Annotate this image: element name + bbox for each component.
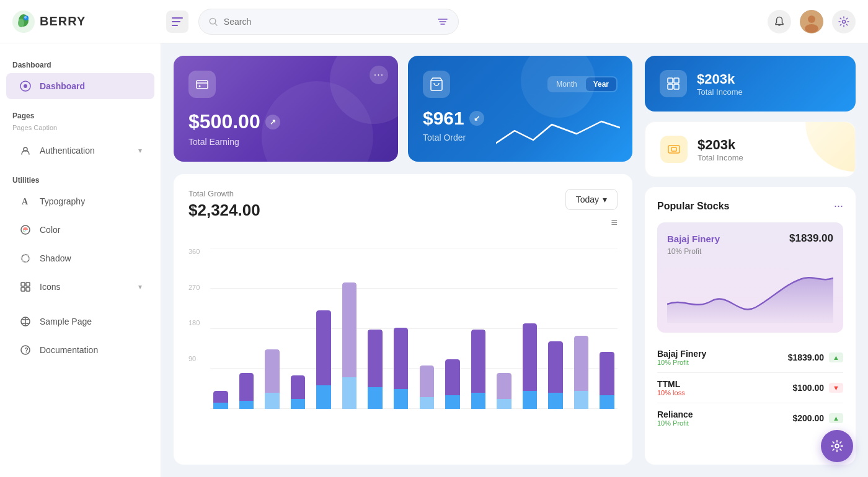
shadow-icon — [19, 252, 32, 265]
popular-stocks-section: Popular Stocks ··· Bajaj Finery $1839.00… — [645, 187, 856, 465]
month-toggle-button[interactable]: Month — [549, 77, 584, 91]
stocks-more-button[interactable]: ··· — [834, 199, 843, 212]
bar-purple — [394, 328, 408, 389]
sidebar-item-color-label: Color — [40, 225, 60, 235]
sidebar-item-shadow[interactable]: Shadow — [6, 245, 154, 271]
bar-blue — [291, 399, 305, 409]
bar-group — [571, 266, 592, 409]
bar-blue — [420, 397, 434, 409]
bar-blue — [497, 399, 511, 409]
sidebar-item-dashboard[interactable]: Dashboard — [6, 73, 154, 99]
sidebar-item-auth-label: Authentication — [40, 146, 95, 155]
icons-icon — [19, 280, 32, 294]
earning-more-button[interactable]: ··· — [370, 66, 388, 84]
header-actions — [768, 10, 856, 33]
order-trend-icon: ↙ — [469, 111, 484, 126]
settings-icon — [838, 16, 849, 27]
earning-card-icon — [188, 71, 216, 98]
svg-rect-26 — [21, 287, 25, 291]
logo-icon — [12, 11, 35, 33]
chevron-down-icon-2: ▾ — [138, 282, 142, 291]
svg-rect-39 — [668, 146, 680, 153]
logo-text: BERRY — [40, 14, 86, 28]
bar-purple — [239, 373, 254, 401]
fab-button[interactable] — [821, 430, 853, 462]
sidebar-item-sample-page[interactable]: Sample Page — [6, 309, 154, 335]
bar-purple — [291, 375, 305, 399]
sidebar-item-authentication[interactable]: Authentication ▾ — [6, 138, 154, 164]
right-column: $203k Total Income $203k Total Income — [645, 56, 856, 465]
bell-icon — [774, 16, 785, 27]
bar-group — [339, 266, 360, 409]
sidebar-item-documentation[interactable]: ? Documentation — [6, 337, 154, 363]
search-input[interactable] — [224, 17, 431, 27]
sidebar-item-sample-page-label: Sample Page — [40, 317, 92, 326]
bar-blue — [368, 387, 382, 409]
bar-purple — [497, 373, 511, 399]
stock-list: Bajaj Finery10% Profit$1839.00▲TTML10% l… — [657, 343, 843, 433]
month-year-toggle[interactable]: Month Year — [547, 76, 618, 92]
search-icon — [209, 17, 218, 27]
color-icon — [19, 223, 32, 237]
income-yellow-amount: $203k — [698, 137, 743, 153]
sidebar-item-dashboard-label: Dashboard — [40, 81, 85, 91]
sidebar-section-dashboard: Dashboard — [0, 56, 161, 72]
search-bar[interactable] — [198, 9, 459, 35]
bar-purple — [471, 330, 485, 393]
trend-up-badge: ▲ — [829, 413, 843, 423]
stock-price: $200.00 — [793, 413, 825, 423]
stock-list-item[interactable]: Bajaj Finery10% Profit$1839.00▲ — [657, 343, 843, 373]
svg-text:?: ? — [25, 347, 29, 354]
stock-name: Bajaj Finery — [657, 349, 706, 359]
bar-group — [236, 266, 257, 409]
bar-group — [545, 266, 566, 409]
chart-header: Total Growth $2,324.00 Today ▾ ≡ — [188, 189, 618, 235]
fab-settings-icon — [830, 439, 844, 453]
chart-title-label: Total Growth — [188, 189, 260, 198]
income-blue-amount: $203k — [697, 71, 743, 87]
svg-point-4 — [24, 16, 27, 19]
chart-bars-container — [210, 248, 618, 409]
trend-up-badge: ▲ — [829, 352, 843, 362]
stock-list-item[interactable]: TTML10% loss$100.00▼ — [657, 373, 843, 403]
filter-icon[interactable] — [437, 17, 448, 27]
avatar[interactable] — [800, 10, 823, 33]
sidebar-item-typography[interactable]: A Typography — [6, 188, 154, 214]
bar-group — [596, 266, 618, 409]
menu-button[interactable] — [166, 11, 188, 33]
sidebar-item-color[interactable]: Color — [6, 217, 154, 243]
bar-group — [520, 266, 541, 409]
stock-list-item[interactable]: Reliance10% Profit$200.00▲ — [657, 403, 843, 433]
bar-group — [313, 266, 334, 409]
trend-down-badge: ▼ — [829, 383, 843, 393]
sidebar-item-icons-label: Icons — [40, 282, 60, 292]
today-button[interactable]: Today ▾ — [565, 189, 618, 210]
income-yellow-icon — [660, 136, 688, 163]
bar-blue — [265, 393, 279, 409]
svg-line-9 — [215, 23, 217, 25]
bar-blue — [213, 403, 228, 409]
bar-blue — [471, 393, 485, 409]
chevron-down-icon-chart: ▾ — [603, 195, 607, 204]
featured-stock-profit: 10% Profit — [667, 247, 833, 256]
featured-stock-chart — [667, 261, 833, 323]
stocks-title: Popular Stocks — [657, 201, 729, 212]
income-yellow-info: $203k Total Income — [698, 137, 743, 162]
svg-rect-5 — [172, 17, 183, 19]
header: BERRY — [0, 0, 868, 43]
sidebar-item-documentation-label: Documentation — [40, 345, 98, 355]
chart-menu-icon[interactable]: ≡ — [611, 216, 618, 229]
bar-purple — [342, 282, 356, 377]
sidebar-item-icons[interactable]: Icons ▾ — [6, 274, 154, 300]
featured-stock-area: Bajaj Finery $1839.00 10% Profit — [657, 222, 843, 333]
svg-rect-6 — [172, 21, 180, 22]
income-card-yellow: $203k Total Income — [645, 121, 856, 177]
chevron-down-icon: ▾ — [138, 146, 142, 155]
year-toggle-button[interactable]: Year — [586, 77, 616, 91]
svg-rect-27 — [26, 287, 30, 291]
order-card-header: Month Year — [423, 71, 618, 98]
notifications-button[interactable] — [768, 10, 791, 33]
settings-button[interactable] — [832, 10, 856, 33]
chart-amount: $2,324.00 — [188, 201, 260, 220]
bar-group — [391, 266, 412, 409]
